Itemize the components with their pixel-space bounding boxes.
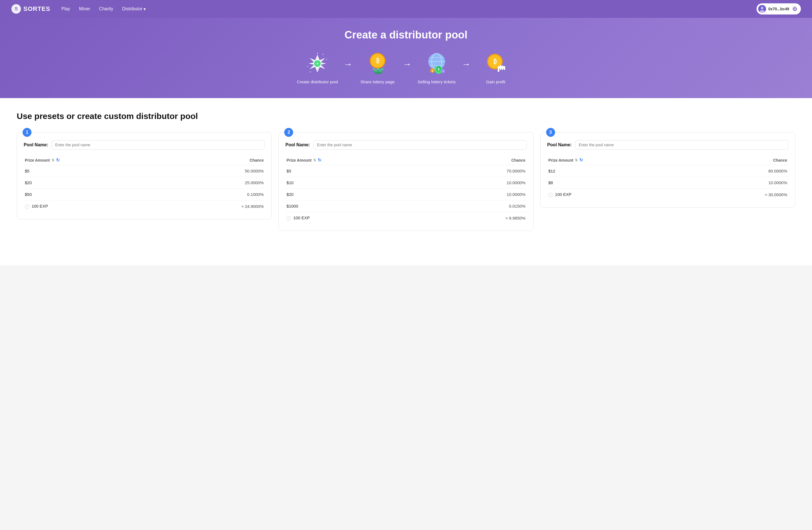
- pool-badge-3: 3: [546, 128, 555, 137]
- svg-point-3: [761, 7, 764, 10]
- svg-text:+: +: [316, 61, 319, 66]
- svg-point-12: [310, 71, 311, 72]
- chance-cell: 10.0000%: [436, 189, 526, 200]
- prize-amount-cell: $5: [285, 165, 436, 177]
- chance-cell: ≈ 30.0000%: [692, 189, 788, 201]
- refresh-icon-1[interactable]: ↻: [56, 157, 60, 163]
- step-3-icon: $ ₿ Ξ: [424, 51, 449, 76]
- table-row: i 100 EXP ≈ 24.9000%: [24, 200, 265, 213]
- prize-amount-cell: i 100 EXP: [24, 200, 169, 213]
- chance-cell: 50.0000%: [169, 165, 265, 177]
- col-chance-1: Chance: [169, 155, 265, 165]
- col-chance-3: Chance: [692, 155, 788, 165]
- sort-icon-1[interactable]: ⇅: [52, 158, 54, 162]
- prize-amount-cell: $50: [24, 189, 169, 200]
- pool-1-name-input[interactable]: [52, 140, 265, 149]
- pool-3-name-row: Pool Name:: [547, 140, 788, 149]
- table-row: $50 0.1000%: [24, 189, 265, 200]
- refresh-icon-3[interactable]: ↻: [579, 157, 583, 163]
- svg-rect-17: [373, 68, 375, 70]
- prize-amount-cell: $10: [285, 177, 436, 189]
- table-row: $1000 0.0150%: [285, 200, 526, 212]
- prize-value: $50: [25, 192, 32, 197]
- section-title: Use presets or create custom distributor…: [17, 112, 795, 121]
- pool-card-3: 3 Pool Name: Prize Amount ⇅ ↻: [540, 132, 795, 207]
- step-3-label: Selling lottery tickets: [417, 80, 455, 84]
- chance-cell: 25.0000%: [169, 177, 265, 189]
- table-row: $8 10.0000%: [547, 177, 788, 189]
- svg-rect-47: [502, 66, 503, 70]
- prize-value: $5: [287, 169, 291, 173]
- prize-amount-cell: $5: [24, 165, 169, 177]
- svg-rect-24: [378, 71, 380, 72]
- logo-text: SORTES: [24, 5, 50, 13]
- pool-1-table: Prize Amount ⇅ ↻ Chance $5 50.0000%: [24, 155, 265, 212]
- prize-value: $12: [548, 169, 555, 173]
- pool-2-name-input[interactable]: [313, 140, 526, 149]
- hero-banner: Create a distributor pool +: [0, 18, 812, 98]
- sort-icon-3[interactable]: ⇅: [575, 158, 578, 162]
- step-2-label: Share lottery page: [360, 80, 395, 84]
- chance-cell: 70.0000%: [436, 165, 526, 177]
- arrow-1: →: [344, 59, 352, 69]
- col-prize-amount-2: Prize Amount ⇅ ↻: [285, 155, 436, 165]
- wallet-avatar: [758, 5, 766, 13]
- pools-row: 1 Pool Name: Prize Amount ⇅ ↻: [17, 132, 795, 231]
- table-row: $12 60.0000%: [547, 165, 788, 177]
- step-4-label: Gain profit: [486, 80, 505, 84]
- info-icon[interactable]: i: [548, 193, 553, 197]
- chance-cell: 10.0000%: [692, 177, 788, 189]
- svg-text:$: $: [437, 68, 439, 71]
- svg-point-10: [322, 54, 323, 55]
- prize-value: 100 EXP: [31, 204, 48, 209]
- chance-cell: ≈ 24.9000%: [169, 200, 265, 213]
- main-content: Use presets or create custom distributor…: [0, 98, 812, 265]
- chance-cell: 0.0150%: [436, 200, 526, 212]
- table-row: $5 70.0000%: [285, 165, 526, 177]
- navbar-right: 0x70...bc49 ⏻: [756, 3, 801, 14]
- pool-3-name-input[interactable]: [575, 140, 788, 149]
- pool-2-table: Prize Amount ⇅ ↻ Chance $5 70.0000%: [285, 155, 526, 224]
- svg-point-13: [307, 66, 308, 67]
- arrow-3: →: [462, 59, 470, 69]
- svg-rect-25: [381, 71, 382, 72]
- sort-icon-2[interactable]: ⇅: [313, 158, 316, 162]
- prize-value: 100 EXP: [293, 215, 310, 220]
- svg-rect-23: [376, 71, 378, 72]
- power-icon[interactable]: ⏻: [793, 6, 797, 11]
- svg-rect-27: [377, 72, 379, 74]
- prize-value: $8: [548, 180, 553, 185]
- hero-title: Create a distributor pool: [11, 29, 801, 41]
- chance-cell: 10.0000%: [436, 177, 526, 189]
- refresh-icon-2[interactable]: ↻: [318, 157, 321, 163]
- navbar-links: Play Miner Charity Distributor ▾: [61, 6, 146, 12]
- table-row: $20 25.0000%: [24, 177, 265, 189]
- logo[interactable]: S SORTES: [11, 4, 50, 14]
- prize-value: $10: [287, 180, 293, 185]
- info-icon[interactable]: i: [25, 204, 29, 209]
- prize-value: 100 EXP: [555, 192, 571, 197]
- nav-distributor[interactable]: Distributor ▾: [122, 6, 146, 12]
- svg-text:Ξ: Ξ: [443, 71, 444, 72]
- prize-amount-cell: $8: [547, 177, 692, 189]
- svg-rect-28: [379, 72, 381, 74]
- info-icon[interactable]: i: [287, 216, 291, 221]
- svg-text:₿: ₿: [376, 57, 379, 64]
- table-row: $10 10.0000%: [285, 177, 526, 189]
- svg-rect-21: [382, 68, 383, 70]
- prize-amount-cell: i 100 EXP: [285, 212, 436, 224]
- step-1-label: Create distributor pool: [297, 80, 338, 84]
- step-4-icon: ₿: [483, 51, 508, 76]
- nav-charity[interactable]: Charity: [99, 6, 113, 11]
- nav-play[interactable]: Play: [61, 6, 70, 11]
- chance-cell: ≈ 9.9850%: [436, 212, 526, 224]
- svg-text:₿: ₿: [493, 58, 496, 65]
- pool-card-2: 2 Pool Name: Prize Amount ⇅ ↻: [278, 132, 533, 231]
- nav-miner[interactable]: Miner: [79, 6, 90, 11]
- wallet-address: 0x70...bc49: [768, 7, 789, 11]
- wallet-badge[interactable]: 0x70...bc49 ⏻: [756, 3, 801, 14]
- pool-2-name-label: Pool Name:: [285, 142, 310, 147]
- svg-rect-19: [377, 68, 379, 70]
- svg-text:S: S: [15, 6, 18, 11]
- steps-row: + Create distributor pool →: [11, 51, 801, 84]
